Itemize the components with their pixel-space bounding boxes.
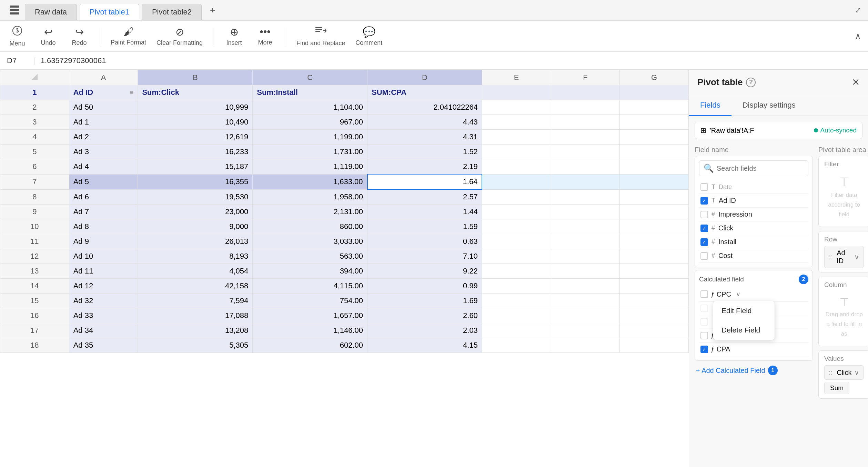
cell-e9[interactable] — [482, 205, 551, 219]
cell-a7[interactable]: Ad 5 — [69, 174, 138, 189]
cell-a3[interactable]: Ad 1 — [69, 115, 138, 130]
field-checkbox-impression[interactable] — [700, 211, 708, 218]
cell-g15[interactable] — [620, 294, 689, 308]
cell-a11[interactable]: Ad 9 — [69, 234, 138, 249]
cell-c17[interactable]: 1,146.00 — [253, 323, 367, 338]
cell-d6[interactable]: 2.19 — [367, 159, 482, 175]
cell-g16[interactable] — [620, 308, 689, 323]
help-icon[interactable]: ? — [746, 78, 756, 87]
chevron-down-icon[interactable]: ∨ — [854, 253, 859, 261]
cell-g8[interactable] — [620, 189, 689, 205]
tab-display-settings[interactable]: Display settings — [731, 95, 807, 116]
cell-g12[interactable] — [620, 249, 689, 264]
cell-f7[interactable] — [551, 174, 620, 189]
cell-b14[interactable]: 42,158 — [138, 279, 253, 294]
cell-g17[interactable] — [620, 323, 689, 338]
cell-d15[interactable]: 1.69 — [367, 294, 482, 308]
field-checkbox-cpc[interactable] — [700, 290, 708, 298]
comment-button[interactable]: 💬 Comment — [355, 26, 382, 47]
more-button[interactable]: ••• More — [255, 26, 275, 46]
cell-e17[interactable] — [482, 323, 551, 338]
cell-a2[interactable]: Ad 50 — [69, 100, 138, 115]
cell-f16[interactable] — [551, 308, 620, 323]
cell-d9[interactable]: 1.44 — [367, 205, 482, 219]
cell-g2[interactable] — [620, 100, 689, 115]
cell-d17[interactable]: 2.03 — [367, 323, 482, 338]
cell-g1[interactable] — [620, 85, 689, 100]
cell-e13[interactable] — [482, 264, 551, 279]
cell-b3[interactable]: 10,490 — [138, 115, 253, 130]
cell-d14[interactable]: 0.99 — [367, 279, 482, 294]
cell-d2[interactable]: 2.041022264 — [367, 100, 482, 115]
col-header-f[interactable]: F — [551, 70, 620, 85]
cell-f12[interactable] — [551, 249, 620, 264]
cell-f2[interactable] — [551, 100, 620, 115]
cell-d3[interactable]: 4.43 — [367, 115, 482, 130]
cell-d11[interactable]: 0.63 — [367, 234, 482, 249]
values-chevron-down-icon[interactable]: ∨ — [854, 368, 859, 377]
cell-d18[interactable]: 4.15 — [367, 338, 482, 353]
cell-g7[interactable] — [620, 174, 689, 189]
cell-a12[interactable]: Ad 10 — [69, 249, 138, 264]
cell-g13[interactable] — [620, 264, 689, 279]
cell-f11[interactable] — [551, 234, 620, 249]
filter-icon[interactable]: ≡ — [130, 89, 134, 97]
cell-f6[interactable] — [551, 159, 620, 175]
find-replace-button[interactable]: Find and Replace — [296, 26, 345, 47]
cell-e3[interactable] — [482, 115, 551, 130]
row-chip-ad-id[interactable]: :: Ad ID ∨ — [824, 246, 864, 268]
field-checkbox-install[interactable]: ✓ — [700, 238, 708, 246]
redo-button[interactable]: ↪ Redo — [69, 26, 90, 47]
cell-e2[interactable] — [482, 100, 551, 115]
cell-c10[interactable]: 860.00 — [253, 219, 367, 234]
col-header-c[interactable]: C — [253, 70, 367, 85]
cell-a4[interactable]: Ad 2 — [69, 130, 138, 145]
cell-c6[interactable]: 1,119.00 — [253, 159, 367, 175]
cell-b18[interactable]: 5,305 — [138, 338, 253, 353]
cell-g11[interactable] — [620, 234, 689, 249]
cell-e15[interactable] — [482, 294, 551, 308]
cell-f5[interactable] — [551, 145, 620, 159]
cell-c4[interactable]: 1,199.00 — [253, 130, 367, 145]
cell-c8[interactable]: 1,958.00 — [253, 189, 367, 205]
cell-f3[interactable] — [551, 115, 620, 130]
cell-e7[interactable] — [482, 174, 551, 189]
cell-b2[interactable]: 10,999 — [138, 100, 253, 115]
cell-b10[interactable]: 9,000 — [138, 219, 253, 234]
cell-e10[interactable] — [482, 219, 551, 234]
cell-f10[interactable] — [551, 219, 620, 234]
insert-button[interactable]: ⊕ Insert — [224, 26, 244, 47]
cell-b7[interactable]: 16,355 — [138, 174, 253, 189]
cell-d7[interactable]: 1.64 — [367, 174, 482, 189]
expand-icon[interactable]: ⤢ — [855, 6, 861, 15]
cell-c11[interactable]: 3,033.00 — [253, 234, 367, 249]
cell-b4[interactable]: 12,619 — [138, 130, 253, 145]
cell-d1[interactable]: SUM:CPA — [367, 85, 482, 100]
cell-a8[interactable]: Ad 6 — [69, 189, 138, 205]
cell-f15[interactable] — [551, 294, 620, 308]
add-sheet-button[interactable]: + — [204, 1, 221, 19]
cell-f4[interactable] — [551, 130, 620, 145]
cell-c14[interactable]: 4,115.00 — [253, 279, 367, 294]
cell-e18[interactable] — [482, 338, 551, 353]
toolbar-collapse-button[interactable]: ∧ — [855, 31, 861, 41]
cell-e16[interactable] — [482, 308, 551, 323]
sum-chip[interactable]: Sum — [824, 382, 849, 394]
cell-c1[interactable]: Sum:Install — [253, 85, 367, 100]
cell-c9[interactable]: 2,131.00 — [253, 205, 367, 219]
sheets-layers-icon[interactable] — [7, 3, 22, 18]
cell-e5[interactable] — [482, 145, 551, 159]
cell-f9[interactable] — [551, 205, 620, 219]
values-chip-click[interactable]: :: Click ∨ — [824, 365, 864, 380]
cell-c16[interactable]: 1,657.00 — [253, 308, 367, 323]
cell-e1[interactable] — [482, 85, 551, 100]
cell-a13[interactable]: Ad 11 — [69, 264, 138, 279]
cell-c12[interactable]: 563.00 — [253, 249, 367, 264]
edit-field-button[interactable]: Edit Field — [713, 301, 775, 320]
cell-d16[interactable]: 2.60 — [367, 308, 482, 323]
clear-formatting-button[interactable]: ⊘ Clear Formatting — [157, 26, 203, 47]
cell-f8[interactable] — [551, 189, 620, 205]
cell-b9[interactable]: 23,000 — [138, 205, 253, 219]
cell-c15[interactable]: 754.00 — [253, 294, 367, 308]
cell-g9[interactable] — [620, 205, 689, 219]
